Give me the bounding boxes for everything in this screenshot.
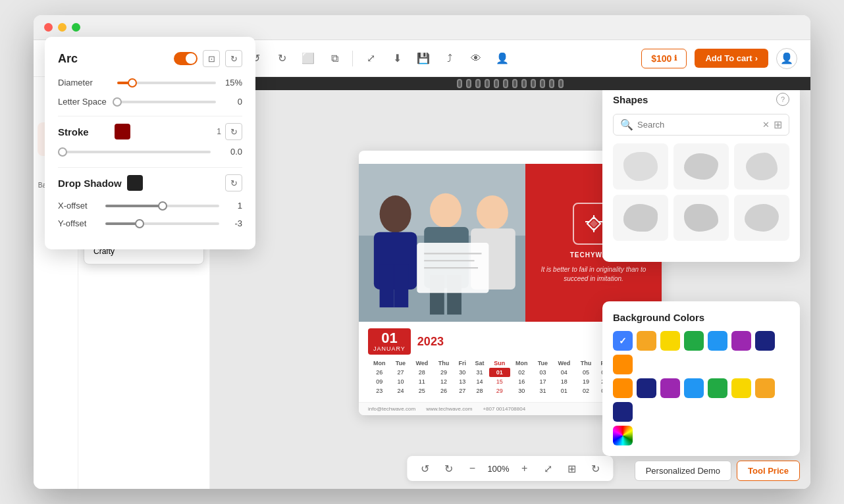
shadow-y-thumb <box>135 219 144 228</box>
color-swatch-navy2[interactable] <box>613 402 633 422</box>
color-swatch-purple[interactable] <box>731 331 751 351</box>
shapes-help-button[interactable]: ? <box>776 93 789 106</box>
price-info-icon[interactable]: ℹ <box>674 54 677 63</box>
arc-letter-space-slider[interactable] <box>117 101 216 103</box>
divider <box>352 51 353 66</box>
arc-controls: ⊡ ↻ <box>174 50 242 67</box>
fit-button[interactable]: ⤢ <box>540 460 557 477</box>
personalized-demo-button[interactable]: Personalized Demo <box>635 461 731 481</box>
user-icon[interactable]: 👤 <box>776 48 797 69</box>
stroke-value: 0.0 <box>223 147 242 157</box>
cal-phone: +807 0014708804 <box>483 406 525 412</box>
cal-quote: It is better to fail in originality than… <box>536 265 651 284</box>
color-swatch-darkblue[interactable] <box>755 331 775 351</box>
arc-diameter-value: 15% <box>223 78 242 88</box>
color-swatch-navy[interactable] <box>637 378 656 398</box>
shape-item-2[interactable] <box>673 143 729 189</box>
shape-item-1[interactable] <box>613 143 668 189</box>
shadow-reset-button[interactable]: ↻ <box>225 174 242 191</box>
stroke-slider[interactable] <box>58 151 211 153</box>
expand-icon[interactable]: ⤢ <box>362 50 379 67</box>
undo-canvas-button[interactable]: ↺ <box>416 460 433 477</box>
redo-canvas-button[interactable]: ↻ <box>440 460 457 477</box>
color-swatch-orange1[interactable] <box>637 331 656 351</box>
download-icon[interactable]: ⬇ <box>388 50 406 67</box>
shapes-search-clear[interactable]: ✕ <box>762 120 770 130</box>
add-to-cart-button[interactable]: Add To cart › <box>695 49 768 68</box>
zoom-out-button[interactable]: − <box>463 460 481 477</box>
color-swatch-lightblue[interactable] <box>708 331 727 351</box>
arc-letter-space-row: Letter Space 0 <box>58 97 242 107</box>
color-swatch-yellow2[interactable] <box>731 378 751 398</box>
arc-reset-button[interactable]: ↻ <box>225 50 242 67</box>
shadow-y-label: Y-offset <box>58 218 105 228</box>
blob-shape-5 <box>684 204 718 232</box>
arc-diameter-slider[interactable] <box>117 82 216 84</box>
arc-title: Arc <box>58 52 78 66</box>
shapes-title: Shapes <box>613 94 648 105</box>
tool-price-button[interactable]: Tool Price <box>737 461 800 481</box>
canvas-area: TECHYWAVE It is better to fail in origin… <box>210 77 810 489</box>
cal-year: 2023 <box>417 335 444 349</box>
blob-shape-1 <box>623 152 658 181</box>
save-icon[interactable]: 💾 <box>415 50 432 67</box>
stroke-row: Stroke 1 ↻ <box>58 123 242 140</box>
svg-point-10 <box>477 195 508 230</box>
layers-icon[interactable]: ⧉ <box>326 50 343 67</box>
stroke-color-swatch[interactable] <box>115 124 130 139</box>
cal-month: JANUARY <box>373 345 406 352</box>
cal-contact: info@techwave.com <box>368 406 415 412</box>
arc-divider-2 <box>58 167 242 168</box>
shadow-y-row: Y-offset -3 <box>58 218 242 228</box>
color-swatch-blue-selected[interactable] <box>613 331 633 351</box>
arc-toggle[interactable] <box>174 52 198 65</box>
shadow-x-slider[interactable] <box>105 205 219 207</box>
shadow-color-swatch[interactable] <box>127 175 143 191</box>
color-swatch-yellow[interactable] <box>660 331 680 351</box>
shape-item-4[interactable] <box>613 195 668 241</box>
close-button[interactable] <box>44 23 53 32</box>
shapes-search-icon: 🔍 <box>620 118 633 131</box>
add-to-cart-label: Add To cart <box>705 53 752 63</box>
stroke-slider-thumb <box>58 147 67 157</box>
bg-colors-title: Background Colors <box>613 312 789 323</box>
zoom-in-button[interactable]: + <box>516 460 533 477</box>
redo-icon[interactable]: ↻ <box>273 50 290 67</box>
color-swatch-orange2[interactable] <box>613 378 633 398</box>
color-swatch-green2[interactable] <box>708 378 727 398</box>
color-swatch-darkorange[interactable] <box>613 355 633 374</box>
shadow-y-value: -3 <box>226 218 242 228</box>
blob-shape-6 <box>745 204 779 232</box>
color-swatch-blue2[interactable] <box>684 378 704 398</box>
cal-day: 01 <box>373 331 406 345</box>
shapes-search: 🔍 ✕ ⊞ <box>613 114 789 136</box>
frame-icon[interactable]: ⬜ <box>300 50 317 67</box>
blob-shape-4 <box>623 204 658 232</box>
shadow-y-slider[interactable] <box>105 222 219 225</box>
share-icon[interactable]: ⤴ <box>441 50 458 67</box>
maximize-button[interactable] <box>72 23 80 32</box>
color-row-1 <box>613 331 789 374</box>
preview-icon[interactable]: 👁 <box>467 50 485 67</box>
shape-item-6[interactable] <box>734 195 789 241</box>
color-swatch-green[interactable] <box>684 331 704 351</box>
shapes-grid <box>613 143 789 241</box>
shape-item-3[interactable] <box>734 143 789 189</box>
zoom-value: 100% <box>487 464 509 474</box>
minimize-button[interactable] <box>58 23 66 32</box>
arc-flip-button[interactable]: ⊡ <box>203 50 220 67</box>
color-swatch-purple2[interactable] <box>660 378 680 398</box>
shadow-title: Drop Shadow <box>58 178 122 189</box>
user-settings-icon[interactable]: 👤 <box>494 50 511 67</box>
shape-item-5[interactable] <box>673 195 729 241</box>
shadow-x-value: 1 <box>226 201 242 211</box>
shapes-filter-icon[interactable]: ⊞ <box>774 118 782 131</box>
shapes-search-input[interactable] <box>637 120 758 130</box>
grid-button[interactable]: ⊞ <box>564 460 581 477</box>
canvas-bottom-bar: ↺ ↻ − 100% + ⤢ ⊞ ↻ <box>407 456 613 481</box>
arc-diameter-label: Diameter <box>58 78 117 88</box>
refresh-button[interactable]: ↻ <box>587 460 604 477</box>
gradient-swatch[interactable] <box>613 426 633 445</box>
color-swatch-amber[interactable] <box>755 378 775 398</box>
stroke-reset-button[interactable]: ↻ <box>225 123 242 140</box>
